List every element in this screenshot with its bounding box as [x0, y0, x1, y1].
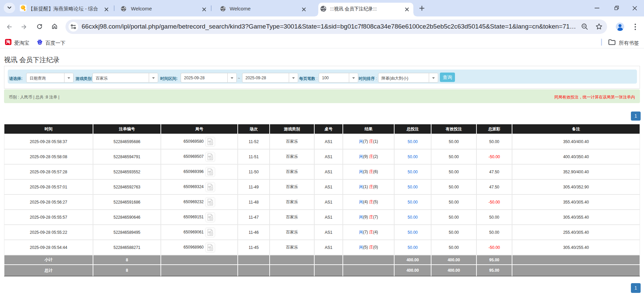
svg-text:du: du [39, 42, 41, 44]
